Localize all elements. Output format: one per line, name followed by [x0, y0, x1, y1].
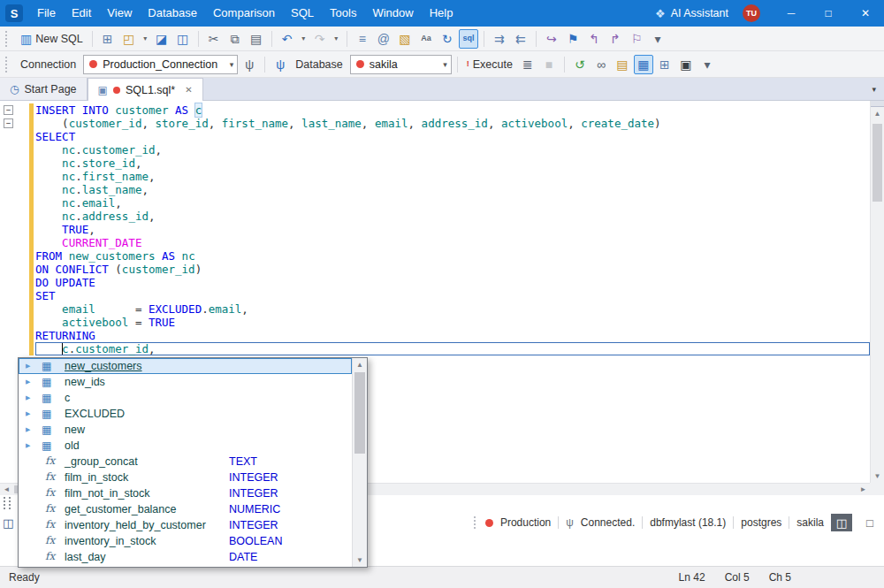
tab-sql-document[interactable]: ▣ SQL1.sql* ✕	[88, 78, 203, 101]
menu-comparison[interactable]: Comparison	[205, 0, 283, 27]
minimize-button[interactable]: ─	[773, 0, 810, 27]
query-profiler-button[interactable]: ∞	[591, 55, 611, 74]
code-line-13[interactable]: ON CONFLICT (customer_id)	[35, 263, 870, 276]
code-line-14[interactable]: DO UPDATE	[35, 276, 870, 289]
scroll-down-icon[interactable]: ▼	[871, 470, 884, 483]
connection-toolbar-overflow-button[interactable]: ▾	[697, 55, 717, 74]
monitor-button[interactable]: ▣	[676, 55, 696, 74]
expand-arrow-icon[interactable]: ▶	[26, 394, 30, 401]
scroll-up-icon[interactable]: ▲	[353, 358, 367, 371]
toolbar-overflow-button[interactable]: ▾	[648, 29, 667, 49]
indent-button[interactable]: ⇉	[490, 29, 509, 49]
cut-button[interactable]: ✂	[204, 29, 224, 49]
code-line-4[interactable]: nc.customer_id,	[35, 143, 870, 157]
autocomplete-scroll-thumb[interactable]	[354, 372, 365, 454]
autocomplete-scrollbar[interactable]: ▲ ▼	[352, 358, 367, 567]
user-avatar[interactable]: TU	[743, 4, 760, 22]
refresh-database-button[interactable]: ↺	[570, 55, 590, 74]
menu-sql[interactable]: SQL	[283, 0, 322, 27]
paste-button[interactable]: ▤	[247, 29, 266, 49]
clear-bookmarks-button[interactable]: ⚐	[627, 29, 646, 49]
expand-arrow-icon[interactable]: ▶	[26, 442, 30, 449]
code-line-18[interactable]: RETURNING	[35, 329, 870, 342]
edit-connection-button[interactable]: ψ	[240, 55, 259, 74]
refresh-button[interactable]: ↻	[438, 29, 457, 49]
tab-overflow-dropdown-icon[interactable]: ▾	[864, 85, 884, 94]
redo-button[interactable]: ↷	[310, 29, 330, 49]
query-list-button[interactable]: ≡	[353, 29, 372, 49]
save-all-button[interactable]: ◫	[173, 29, 193, 49]
code-line-19[interactable]: c.customer_id,	[35, 342, 870, 355]
code-line-3[interactable]: SELECT	[35, 130, 870, 143]
toolbar-grip[interactable]	[474, 516, 478, 529]
execute-script-button[interactable]: ≣	[518, 55, 537, 74]
code-line-6[interactable]: nc.first_name,	[35, 170, 870, 183]
format-sql-button[interactable]: sql	[459, 29, 478, 49]
code-line-17[interactable]: activebool = TRUE	[35, 316, 870, 329]
scroll-up-icon[interactable]: ▲	[871, 107, 884, 120]
code-line-9[interactable]: nc.address_id,	[35, 210, 870, 223]
menu-window[interactable]: Window	[364, 0, 421, 27]
menu-database[interactable]: Database	[140, 0, 205, 27]
execute-button[interactable]: !Execute	[463, 55, 516, 74]
toggle-bookmark-button[interactable]: ⚑	[563, 29, 583, 49]
code-line-7[interactable]: nc.last_name,	[35, 183, 870, 196]
code-line-15[interactable]: SET	[35, 289, 870, 302]
ai-assistant-button[interactable]: ❖ AI Assistant	[644, 0, 739, 27]
stop-button[interactable]: ■	[539, 55, 559, 74]
tab-start-page[interactable]: ◷ Start Page	[0, 78, 88, 100]
toolbar-grip[interactable]	[5, 31, 11, 47]
autocomplete-item[interactable]: ▶▦new	[19, 422, 352, 438]
goto-line-button[interactable]: ↪	[542, 29, 561, 49]
dropdown-arrow-icon[interactable]: ▾	[299, 29, 309, 49]
add-sql-file-button[interactable]: ⊞	[98, 29, 118, 49]
new-sql-button[interactable]: ▥New SQL	[17, 29, 87, 49]
results-grid-button[interactable]: ▦	[634, 55, 653, 74]
scroll-down-icon[interactable]: ▼	[353, 554, 367, 567]
layout-toggle-button[interactable]: □	[859, 514, 880, 531]
outdent-button[interactable]: ⇇	[511, 29, 530, 49]
menu-tools[interactable]: Tools	[322, 0, 364, 27]
scroll-left-icon[interactable]: ◄	[0, 484, 13, 495]
dropdown-arrow-icon[interactable]: ▾	[332, 29, 341, 49]
autocomplete-item[interactable]: ▶▦new_customers	[19, 358, 352, 374]
expand-arrow-icon[interactable]: ▶	[26, 426, 30, 433]
new-connection-button[interactable]: ψ	[271, 55, 290, 74]
dropdown-arrow-icon[interactable]: ▾	[226, 60, 234, 69]
previous-bookmark-button[interactable]: ↰	[584, 29, 604, 49]
expand-arrow-icon[interactable]: ▶	[26, 363, 30, 370]
maximize-button[interactable]: □	[810, 0, 847, 27]
code-line-5[interactable]: nc.store_id,	[35, 157, 870, 170]
dropdown-arrow-icon[interactable]: ▾	[141, 29, 150, 49]
autocomplete-item[interactable]: fxget_customer_balanceNUMERIC	[19, 501, 352, 517]
code-line-10[interactable]: TRUE,	[35, 223, 870, 236]
save-button[interactable]: ◪	[152, 29, 171, 49]
next-bookmark-button[interactable]: ↱	[606, 29, 625, 49]
change-case-button[interactable]: Aa	[416, 29, 436, 49]
database-combobox[interactable]: sakila▾	[350, 55, 452, 74]
menu-file[interactable]: File	[29, 0, 64, 27]
menu-edit[interactable]: Edit	[64, 0, 99, 27]
splitter-handle[interactable]	[871, 101, 884, 107]
code-line-8[interactable]: nc.email,	[35, 196, 870, 210]
schema-browser-button[interactable]: ▧	[395, 29, 415, 49]
layout-toggle-active-button[interactable]: ◫	[831, 514, 852, 531]
code-line-1[interactable]: INSERT INTO customer AS c	[35, 103, 870, 117]
code-line-11[interactable]: CURRENT_DATE	[35, 236, 870, 249]
autocomplete-item[interactable]: fxinventory_in_stockBOOLEAN	[19, 533, 352, 549]
autocomplete-item[interactable]: fx_group_concatTEXT	[19, 454, 352, 470]
vertical-scroll-thumb[interactable]	[873, 124, 882, 202]
scroll-right-icon[interactable]: ►	[857, 484, 870, 495]
autocomplete-item[interactable]: ▶▦old	[19, 438, 352, 454]
autocomplete-item[interactable]: ▶▦new_ids	[19, 374, 352, 390]
new-grid-button[interactable]: ⊞	[655, 55, 674, 74]
autocomplete-item[interactable]: fxfilm_in_stockINTEGER	[19, 470, 352, 485]
code-line-12[interactable]: FROM new_customers AS nc	[35, 249, 870, 263]
dock-panel-icon[interactable]: ◫	[3, 516, 13, 530]
splitter-grip-icon[interactable]	[4, 497, 11, 509]
autocomplete-item[interactable]: fxlast_dayDATE	[19, 549, 352, 565]
snippets-button[interactable]: @	[374, 29, 393, 49]
toolbar-grip[interactable]	[5, 57, 11, 73]
autocomplete-item[interactable]: ▶▦EXCLUDED	[19, 406, 352, 422]
open-file-button[interactable]: ◰	[119, 29, 139, 49]
